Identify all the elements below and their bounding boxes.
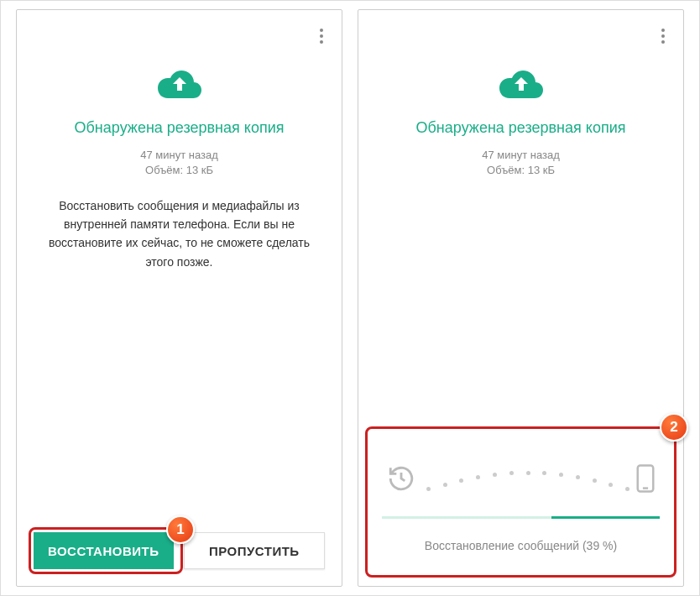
backup-size: Объём: 13 кБ — [17, 164, 342, 176]
phone-icon — [636, 464, 655, 496]
screenshot-container: Обнаружена резервная копия 47 минут наза… — [0, 0, 700, 596]
phone-right: Обнаружена резервная копия 47 минут наза… — [358, 9, 684, 587]
progress-bar — [382, 516, 660, 519]
skip-button[interactable]: ПРОПУСТИТЬ — [184, 532, 326, 569]
history-icon — [387, 464, 415, 496]
progress-label: Восстановление сообщений (39 %) — [382, 539, 660, 552]
backup-time: 47 минут назад — [358, 147, 683, 164]
progress-fill — [551, 516, 660, 519]
restore-button[interactable]: ВОССТАНОВИТЬ — [34, 532, 174, 569]
backup-found-title: Обнаружена резервная копия — [358, 119, 683, 137]
step-marker-1: 1 — [166, 515, 195, 544]
restore-description: Восстановить сообщения и медиафайлы из в… — [17, 196, 342, 272]
more-menu-icon[interactable] — [658, 25, 668, 47]
backup-size: Объём: 13 кБ — [358, 164, 683, 176]
more-menu-icon[interactable] — [316, 25, 326, 47]
cloud-upload-icon — [156, 69, 203, 102]
step-marker-2: 2 — [660, 413, 688, 442]
transfer-dots — [422, 468, 629, 493]
backup-time: 47 минут назад — [17, 147, 342, 164]
transfer-graphic — [382, 464, 660, 496]
backup-found-title: Обнаружена резервная копия — [17, 119, 342, 137]
cloud-upload-icon — [498, 69, 545, 102]
restore-progress-area: Восстановление сообщений (39 %) — [358, 439, 683, 586]
phone-left: Обнаружена резервная копия 47 минут наза… — [16, 9, 342, 587]
